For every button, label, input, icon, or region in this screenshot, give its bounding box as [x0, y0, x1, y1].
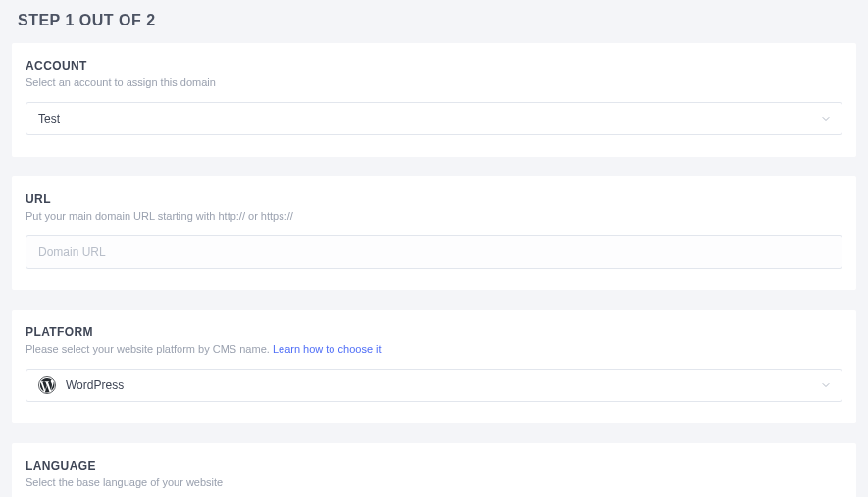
platform-card: PLATFORM Please select your website plat… — [12, 310, 856, 423]
page-title: STEP 1 OUT OF 2 — [0, 0, 868, 43]
chevron-down-icon — [820, 113, 832, 124]
wordpress-icon — [38, 376, 56, 394]
chevron-down-icon — [820, 379, 832, 391]
platform-desc-text: Please select your website platform by C… — [26, 343, 273, 355]
url-card: URL Put your main domain URL starting wi… — [12, 176, 856, 290]
account-select-value: Test — [38, 112, 830, 125]
platform-title: PLATFORM — [26, 325, 842, 339]
account-card: ACCOUNT Select an account to assign this… — [12, 43, 856, 157]
account-select[interactable]: Test — [26, 102, 842, 135]
platform-desc: Please select your website platform by C… — [26, 343, 842, 355]
account-title: ACCOUNT — [26, 59, 842, 73]
account-desc: Select an account to assign this domain — [26, 76, 842, 88]
platform-learn-link[interactable]: Learn how to choose it — [273, 343, 382, 355]
url-desc: Put your main domain URL starting with h… — [26, 210, 842, 222]
language-card: LANGUAGE Select the base language of you… — [12, 443, 856, 497]
url-title: URL — [26, 192, 842, 206]
platform-select-value: WordPress — [66, 378, 830, 392]
platform-select[interactable]: WordPress — [26, 369, 842, 402]
url-input[interactable] — [38, 245, 830, 259]
language-title: LANGUAGE — [26, 459, 842, 472]
url-input-wrapper[interactable] — [26, 235, 842, 269]
language-desc: Select the base language of your website — [26, 476, 842, 488]
